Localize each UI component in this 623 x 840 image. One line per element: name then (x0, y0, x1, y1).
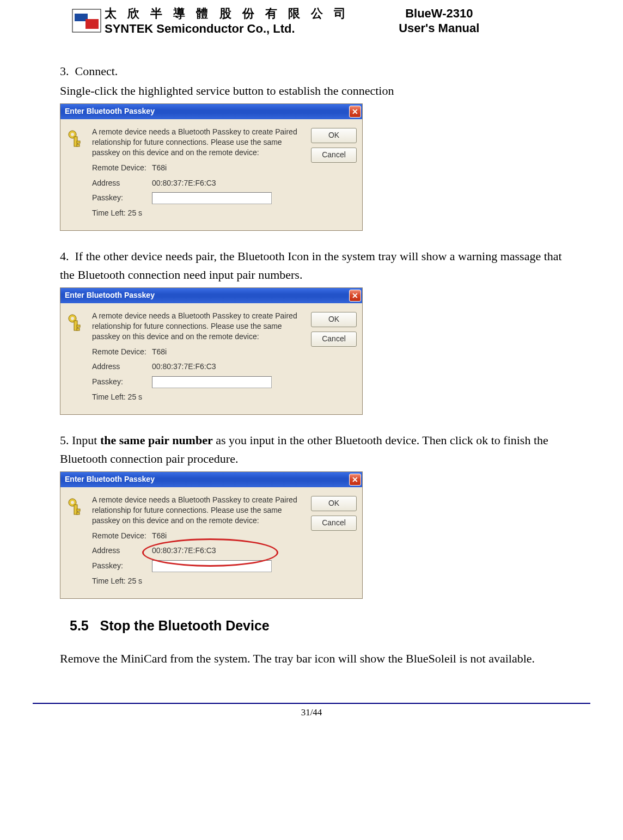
cancel-button[interactable]: Cancel (311, 516, 357, 531)
document-title: User's Manual (399, 21, 479, 36)
dialog-title: Enter Bluetooth Passkey (65, 474, 349, 486)
remote-device-value: T68i (152, 346, 167, 358)
passkey-label: Passkey: (92, 560, 152, 572)
dialog-title: Enter Bluetooth Passkey (65, 290, 349, 302)
dialog-message: A remote device needs a Bluetooth Passke… (92, 311, 306, 342)
company-logo (71, 8, 102, 34)
dialog-titlebar: Enter Bluetooth Passkey ✕ (60, 104, 362, 119)
passkey-input[interactable] (152, 560, 272, 572)
page-number: 31/44 (33, 704, 590, 729)
time-left-label: Time Left: 25 s (92, 391, 142, 403)
svg-point-7 (71, 317, 74, 320)
dialog-message: A remote device needs a Bluetooth Passke… (92, 127, 306, 158)
time-left-label: Time Left: 25 s (92, 207, 142, 219)
svg-rect-5 (77, 144, 80, 146)
step-3-title: 3. Connect. (60, 62, 563, 81)
remote-device-label: Remote Device: (92, 530, 152, 542)
cancel-button[interactable]: Cancel (311, 332, 357, 347)
key-icon (67, 495, 87, 591)
svg-point-2 (71, 133, 74, 136)
ok-button[interactable]: OK (311, 312, 357, 327)
passkey-dialog: Enter Bluetooth Passkey ✕ A remote devic… (60, 471, 363, 599)
time-left-label: Time Left: 25 s (92, 575, 142, 587)
dialog-title: Enter Bluetooth Passkey (65, 106, 349, 118)
section-body: Remove the MiniCard from the system. The… (60, 649, 563, 668)
svg-rect-9 (77, 325, 80, 327)
page-header: 太 欣 半 導 體 股 份 有 限 公 司 SYNTEK Semiconduct… (33, 0, 590, 40)
dialog-titlebar: Enter Bluetooth Passkey ✕ (60, 288, 362, 303)
remote-device-label: Remote Device: (92, 162, 152, 174)
remote-device-value: T68i (152, 162, 167, 174)
svg-rect-4 (77, 141, 80, 143)
address-value: 00:80:37:7E:F6:C3 (152, 177, 216, 189)
svg-rect-15 (77, 512, 80, 514)
address-value: 00:80:37:7E:F6:C3 (152, 361, 216, 373)
passkey-label: Passkey: (92, 192, 152, 204)
passkey-input[interactable] (152, 192, 272, 204)
svg-rect-14 (77, 509, 80, 511)
passkey-input[interactable] (152, 376, 272, 388)
close-icon[interactable]: ✕ (349, 106, 361, 118)
passkey-label: Passkey: (92, 376, 152, 388)
company-name-chinese: 太 欣 半 導 體 股 份 有 限 公 司 (105, 5, 350, 22)
ok-button[interactable]: OK (311, 496, 357, 511)
address-label: Address (92, 545, 152, 557)
close-icon[interactable]: ✕ (349, 474, 361, 486)
svg-rect-10 (77, 328, 80, 330)
step-4: 4. If the other device needs pair, the B… (60, 247, 563, 284)
close-icon[interactable]: ✕ (349, 290, 361, 302)
product-name: BlueW-2310 (399, 6, 479, 21)
remote-device-label: Remote Device: (92, 346, 152, 358)
passkey-dialog: Enter Bluetooth Passkey ✕ A remote devic… (60, 287, 363, 415)
remote-device-value: T68i (152, 530, 167, 542)
key-icon (67, 311, 87, 407)
cancel-button[interactable]: Cancel (311, 148, 357, 163)
passkey-dialog: Enter Bluetooth Passkey ✕ A remote devic… (60, 103, 363, 231)
dialog-titlebar: Enter Bluetooth Passkey ✕ (60, 472, 362, 487)
address-label: Address (92, 177, 152, 189)
address-label: Address (92, 361, 152, 373)
ok-button[interactable]: OK (311, 128, 357, 143)
key-icon (67, 127, 87, 223)
step-3-body: Single-click the highlighted service but… (60, 82, 563, 100)
svg-point-12 (71, 501, 74, 504)
address-value: 00:80:37:7E:F6:C3 (152, 545, 216, 557)
dialog-message: A remote device needs a Bluetooth Passke… (92, 495, 306, 526)
step-5: 5. Input the same pair number as you inp… (60, 431, 563, 468)
section-heading: 5.5 Stop the Bluetooth Device (70, 615, 563, 636)
page-footer: 31/44 (33, 703, 590, 729)
company-name-english: SYNTEK Semiconductor Co., Ltd. (105, 22, 350, 36)
